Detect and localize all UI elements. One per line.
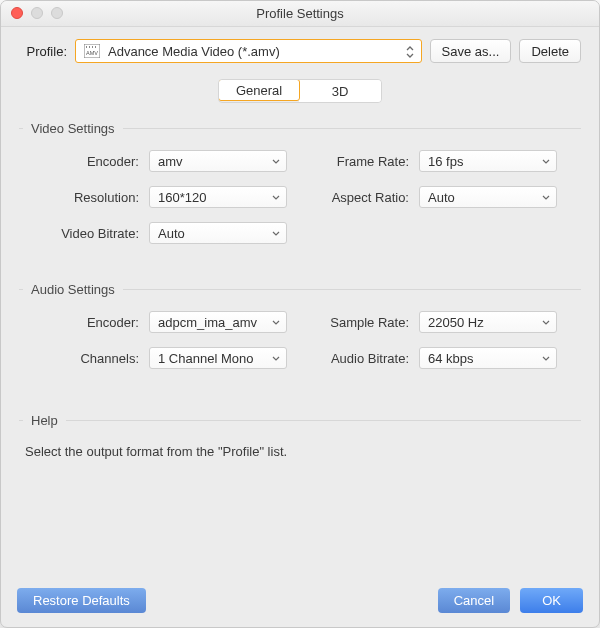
audio-bitrate-label: Audio Bitrate: bbox=[307, 351, 419, 366]
sample-rate-label: Sample Rate: bbox=[307, 315, 419, 330]
delete-button[interactable]: Delete bbox=[519, 39, 581, 63]
help-legend: Help bbox=[23, 413, 66, 428]
video-settings-group: Video Settings Encoder: amv Frame Rate: … bbox=[19, 121, 581, 250]
video-settings-legend: Video Settings bbox=[23, 121, 123, 136]
chevron-down-icon bbox=[272, 319, 280, 327]
svg-rect-3 bbox=[92, 46, 93, 48]
chevron-down-icon bbox=[542, 355, 550, 363]
window-title: Profile Settings bbox=[256, 6, 343, 21]
frame-rate-label: Frame Rate: bbox=[307, 154, 419, 169]
chevron-down-icon bbox=[542, 158, 550, 166]
resolution-label: Resolution: bbox=[21, 190, 149, 205]
tab-bar: General 3D bbox=[19, 79, 581, 103]
svg-rect-4 bbox=[95, 46, 96, 48]
video-encoder-select[interactable]: amv bbox=[149, 150, 287, 172]
content-area: Profile: AMV Advance Media Video (*.amv)… bbox=[1, 27, 599, 573]
cancel-button[interactable]: Cancel bbox=[438, 588, 510, 613]
audio-encoder-value: adpcm_ima_amv bbox=[158, 315, 257, 330]
frame-rate-select[interactable]: 16 fps bbox=[419, 150, 557, 172]
video-bitrate-value: Auto bbox=[158, 226, 185, 241]
profile-settings-window: Profile Settings Profile: AMV Advance Me… bbox=[0, 0, 600, 628]
tab-general[interactable]: General bbox=[218, 79, 300, 101]
svg-text:AMV: AMV bbox=[86, 50, 98, 56]
chevron-down-icon bbox=[272, 158, 280, 166]
svg-rect-2 bbox=[89, 46, 90, 48]
zoom-window-button[interactable] bbox=[51, 7, 63, 19]
audio-bitrate-value: 64 kbps bbox=[428, 351, 474, 366]
resolution-select[interactable]: 160*120 bbox=[149, 186, 287, 208]
video-bitrate-label: Video Bitrate: bbox=[21, 226, 149, 241]
profile-selected-value: Advance Media Video (*.amv) bbox=[108, 44, 280, 59]
sample-rate-value: 22050 Hz bbox=[428, 315, 484, 330]
save-as-button[interactable]: Save as... bbox=[430, 39, 512, 63]
channels-select[interactable]: 1 Channel Mono bbox=[149, 347, 287, 369]
profile-label: Profile: bbox=[19, 44, 67, 59]
aspect-ratio-value: Auto bbox=[428, 190, 455, 205]
channels-label: Channels: bbox=[21, 351, 149, 366]
help-group: Help Select the output format from the "… bbox=[19, 413, 581, 475]
minimize-window-button[interactable] bbox=[31, 7, 43, 19]
resolution-value: 160*120 bbox=[158, 190, 206, 205]
channels-value: 1 Channel Mono bbox=[158, 351, 253, 366]
audio-encoder-select[interactable]: adpcm_ima_amv bbox=[149, 311, 287, 333]
audio-settings-group: Audio Settings Encoder: adpcm_ima_amv Sa… bbox=[19, 282, 581, 375]
chevron-updown-icon bbox=[405, 44, 415, 60]
ok-button[interactable]: OK bbox=[520, 588, 583, 613]
chevron-down-icon bbox=[542, 194, 550, 202]
titlebar: Profile Settings bbox=[1, 1, 599, 27]
amv-format-icon: AMV bbox=[84, 44, 100, 58]
audio-settings-legend: Audio Settings bbox=[23, 282, 123, 297]
profile-select[interactable]: AMV Advance Media Video (*.amv) bbox=[75, 39, 422, 63]
help-text: Select the output format from the "Profi… bbox=[19, 428, 581, 475]
restore-defaults-button[interactable]: Restore Defaults bbox=[17, 588, 146, 613]
close-window-button[interactable] bbox=[11, 7, 23, 19]
aspect-ratio-select[interactable]: Auto bbox=[419, 186, 557, 208]
video-encoder-label: Encoder: bbox=[21, 154, 149, 169]
video-encoder-value: amv bbox=[158, 154, 183, 169]
aspect-ratio-label: Aspect Ratio: bbox=[307, 190, 419, 205]
chevron-down-icon bbox=[272, 194, 280, 202]
profile-row: Profile: AMV Advance Media Video (*.amv)… bbox=[19, 39, 581, 63]
traffic-lights bbox=[11, 7, 63, 19]
svg-rect-1 bbox=[86, 46, 87, 48]
frame-rate-value: 16 fps bbox=[428, 154, 463, 169]
video-bitrate-select[interactable]: Auto bbox=[149, 222, 287, 244]
tab-3d[interactable]: 3D bbox=[299, 80, 381, 102]
footer: Restore Defaults Cancel OK bbox=[1, 573, 599, 627]
chevron-down-icon bbox=[542, 319, 550, 327]
audio-bitrate-select[interactable]: 64 kbps bbox=[419, 347, 557, 369]
audio-encoder-label: Encoder: bbox=[21, 315, 149, 330]
chevron-down-icon bbox=[272, 355, 280, 363]
sample-rate-select[interactable]: 22050 Hz bbox=[419, 311, 557, 333]
chevron-down-icon bbox=[272, 230, 280, 238]
